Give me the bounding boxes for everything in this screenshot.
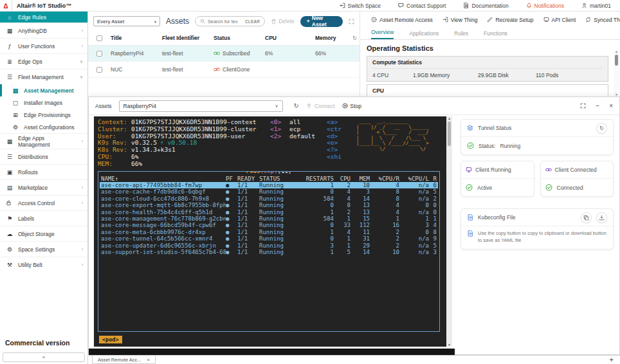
refresh-icon[interactable]: ↻ <box>294 102 299 109</box>
sidebar-item-fleet-management[interactable]: ☰Fleet Management∨ <box>0 69 87 84</box>
sidebar-item-marketplace[interactable]: ▤Marketplace› <box>0 179 87 195</box>
new-asset-button[interactable]: + New Asset <box>300 16 343 27</box>
pod-r: 9 <box>429 235 438 242</box>
k9s-terminal[interactable]: Context:01KG7PS7STJJQKX6DR53NN1B99-conte… <box>94 116 446 347</box>
pod-pf: ● <box>226 229 237 235</box>
maximize-icon[interactable] <box>580 103 586 109</box>
pod-row-ase-core-export-mqtt-6b8c7955bb-8fph8[interactable]: ase-core-export-mqtt-6b8c7955bb-8fph8●1/… <box>100 202 438 208</box>
pod-row-ase-core-health-75b4c4c6ff-q5h1d[interactable]: ase-core-health-75b4c4c6ff-q5h1d●1/1Runn… <box>100 209 438 215</box>
expand-icon[interactable] <box>349 19 354 24</box>
pod-cpu: 2 <box>334 182 351 188</box>
row-checkbox[interactable] <box>96 67 102 73</box>
add-tab-button[interactable]: + <box>610 356 614 364</box>
sidebar-item-user-functions[interactable]: ƒUser Functions› <box>0 38 87 53</box>
pod-row-ase-core-api-77495bbb84-fm7wp[interactable]: ase-core-api-77495bbb84-fm7wp●1/1Running… <box>100 182 438 188</box>
toolbar-api-client[interactable]: API Client <box>543 17 576 23</box>
pod-mem: 3 <box>351 188 370 195</box>
sidebar-item-distributions[interactable]: ☰Distributions <box>0 149 87 164</box>
toolbar-synced-things[interactable]: Synced Things <box>585 17 620 23</box>
topnav-label: Contact Support <box>406 3 446 9</box>
asset-search[interactable]: CLEAR <box>195 16 265 26</box>
asset-row-raspberrypi4[interactable]: RaspberryPi4test-fleetSubscribed6%66% <box>88 46 360 62</box>
chevron-icon: › <box>82 185 83 190</box>
tunnel-refresh-button[interactable]: ↻ <box>596 123 607 134</box>
download-button[interactable] <box>596 212 607 223</box>
terminal-scrollbar[interactable]: ▲▼ <box>446 116 452 347</box>
toolbar-view-thing[interactable]: View Thing <box>442 17 478 23</box>
close-icon[interactable]: × <box>609 102 613 109</box>
client-running-card: Client Running Active <box>460 161 534 197</box>
pod-name: ase-support-iot-studio-5f6465c7b4-68nhb <box>100 249 226 255</box>
pods-header: NAME↑PFREADYSTATUSRESTARTSCPUMEM%CPU/R%C… <box>100 176 438 182</box>
pod-restarts: 0 <box>295 222 334 228</box>
row-checkbox[interactable] <box>96 51 102 57</box>
sidebar-item-edge-provisionings[interactable]: ⊞Edge Provisionings <box>0 109 87 121</box>
sidebar-item-object-storage[interactable]: ☁Object Storage <box>0 226 87 241</box>
sidebar-collapse-button[interactable]: « <box>3 352 85 362</box>
pod-restarts: 1 <box>295 229 334 235</box>
pod-status: Running <box>259 235 295 242</box>
tab-applications[interactable]: Applications <box>409 30 439 39</box>
pod-row-ase-core-cache-f7db9d8c6-6qbgf[interactable]: ase-core-cache-f7db9d8c6-6qbgf●1/1Runnin… <box>100 188 438 195</box>
pod-row-ase-support-iot-studio-5f6465c7b4-68nhb[interactable]: ase-support-iot-studio-5f6465c7b4-68nhb●… <box>100 249 438 255</box>
sidebar-item-asset-configurations[interactable]: ⚙Asset Configurations <box>0 121 87 133</box>
clear-search-button[interactable]: CLEAR <box>245 19 260 24</box>
copy-button[interactable] <box>581 212 592 223</box>
tab-asset-remote-access[interactable]: Asset Remote Acc... × <box>92 356 156 364</box>
sidebar-item-edge-apps-management[interactable]: ▦Edge Apps Management› <box>0 133 87 149</box>
stack-icon <box>467 125 473 131</box>
k9s-namespace[interactable]: <2>default <box>270 133 327 140</box>
minimize-icon[interactable]: − <box>596 102 599 109</box>
sidebar-item-labels[interactable]: ⚑Labels <box>0 210 87 226</box>
asset-filter-select[interactable]: Every Asset ▾ <box>93 16 160 26</box>
select-all-checkbox[interactable] <box>96 35 102 41</box>
toolbar-recreate-setup[interactable]: Recreate Setup <box>487 17 533 23</box>
topnav-documentation[interactable]: Documentation <box>463 3 508 9</box>
chevron-down-icon: ∨ <box>275 104 278 109</box>
pod-row-ase-core-meta-6cbbb9976c-dr4xp[interactable]: ase-core-meta-6cbbb9976c-dr4xp●1/1Runnin… <box>100 229 438 235</box>
k9s-namespace[interactable]: <1>ecp <box>270 126 327 133</box>
pod-row-ase-core-message-66bcd59b4f-cpw6f[interactable]: ase-core-message-66bcd59b4f-cpw6f●1/1Run… <box>100 222 438 228</box>
sidebar-item-asset-management[interactable]: ▤Asset Management <box>0 84 87 96</box>
pod-row-ase-core-cloud-6cc47dc886-7h9x8[interactable]: ase-core-cloud-6cc47dc886-7h9x8●1/1Runni… <box>100 196 438 202</box>
topnav-contact-support[interactable]: Contact Support <box>398 3 446 9</box>
pod-cpul: n/a <box>399 188 429 195</box>
connect-button[interactable]: Connect <box>306 103 335 109</box>
topnav-switch-space[interactable]: Switch Space <box>340 3 381 9</box>
delete-asset-button[interactable]: Delete <box>271 18 295 24</box>
window-asset-select[interactable]: RaspberryPi4 ∨ <box>119 100 283 112</box>
link-icon <box>545 167 552 173</box>
sidebar-item-rollouts[interactable]: ▣Rollouts <box>0 164 87 179</box>
cloud-icon: ☁ <box>6 231 14 237</box>
sidebar-item-edge-ops[interactable]: ≣Edge Ops∨ <box>0 53 87 69</box>
sidebar-item-installer-images[interactable]: ▢Installer Images <box>0 96 87 109</box>
pod-r: 5 <box>429 242 438 249</box>
sidebar-item-access-control[interactable]: Access Control› <box>0 195 87 210</box>
section-title: Operating Statistics <box>367 44 611 52</box>
asset-row-nuc[interactable]: NUCtest-fleetClientGone <box>88 62 360 78</box>
stop-button[interactable]: Stop <box>342 103 362 109</box>
pod-column-restarts: RESTARTS <box>295 176 334 182</box>
pod-cpul: n/a <box>399 242 429 249</box>
sidebar: ⌂Edge Rules▦AnythingDB›ƒUser Functions›≣… <box>0 12 88 364</box>
sidebar-item-anythingdb[interactable]: ▦AnythingDB› <box>0 23 87 38</box>
toolbar-asset-remote-access[interactable]: Asset Remote Access <box>371 17 433 23</box>
tab-rules[interactable]: Rules <box>454 30 468 39</box>
pod-mem: 15 <box>351 215 370 222</box>
close-tab-icon[interactable]: × <box>147 357 150 363</box>
topnav-notifications[interactable]: Notifications <box>526 3 564 9</box>
detail-scrollbar[interactable]: ▲▼ <box>614 50 619 96</box>
sidebar-item-edge-rules[interactable]: ⌂Edge Rules <box>0 12 87 23</box>
sidebar-item-utility-belt[interactable]: ⚒Utility Belt› <box>0 257 87 272</box>
tab-overview[interactable]: Overview <box>371 29 394 39</box>
asset-status: ClientGone <box>214 66 265 73</box>
tab-functions[interactable]: Functions <box>484 30 507 39</box>
pod-cpur: 4 <box>370 182 399 188</box>
topnav-martin01[interactable]: martin01 <box>581 3 611 9</box>
pod-row-ase-core-updater-6d6c96556c-xbrjn[interactable]: ase-core-updater-6d6c96556c-xbrjn●1/1Run… <box>100 242 438 249</box>
search-input[interactable] <box>208 19 242 24</box>
pod-row-ase-core-tunnel-64c5b566cc-xmnr4[interactable]: ase-core-tunnel-64c5b566cc-xmnr4●1/1Runn… <box>100 235 438 242</box>
list-icon: ☰ <box>6 154 14 160</box>
sidebar-item-space-settings[interactable]: ⚙Space Settings› <box>0 241 87 257</box>
pod-row-ase-core-management-76c778b869-g2cbn[interactable]: ase-core-management-76c778b869-g2cbn●1/1… <box>100 215 438 222</box>
